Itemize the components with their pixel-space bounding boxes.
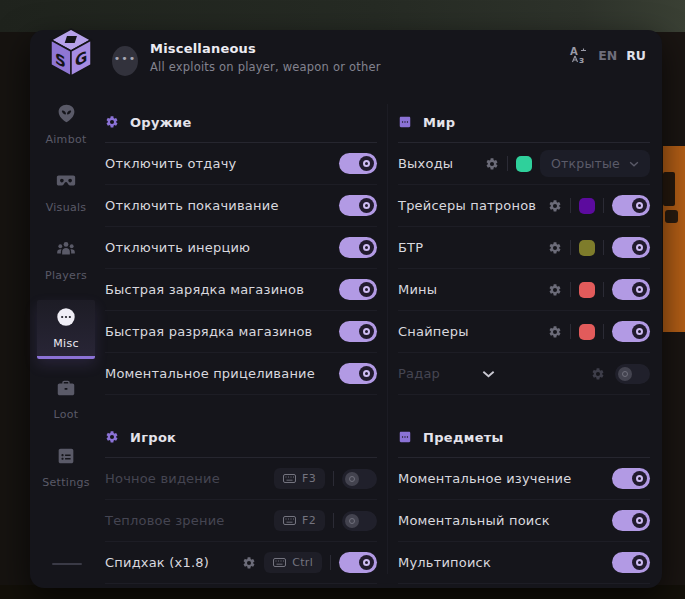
row-label: Спидхак (x1.8): [105, 555, 242, 570]
toggle-knob: [345, 472, 359, 486]
section-title: Мир: [423, 115, 455, 130]
briefcase-icon: [55, 377, 77, 402]
toggle-knob: [618, 367, 632, 381]
row-label: Мультипоиск: [398, 555, 612, 570]
row-instant-research: Моментальное изучение: [398, 458, 650, 500]
toggle-off[interactable]: [615, 364, 650, 384]
hotkey-badge[interactable]: Ctrl: [264, 552, 322, 573]
row-label: Отключить отдачу: [105, 156, 339, 171]
mini-divider: [333, 471, 334, 486]
gear-icon[interactable]: [548, 325, 562, 339]
gear-icon[interactable]: [548, 283, 562, 297]
toggle-knob: [359, 156, 374, 171]
row-label: Радар: [398, 366, 440, 381]
sidebar-item-aimbot[interactable]: Aimbot: [37, 96, 95, 152]
row-label: Тепловое зрение: [105, 513, 274, 528]
color-swatch[interactable]: [579, 282, 595, 298]
ellipsis-square-icon: [398, 115, 412, 129]
row-fast-unload: Быстрая разрядка магазинов: [105, 311, 377, 353]
section-items-header: Предметы: [398, 423, 650, 451]
row-btr: БТР: [398, 227, 650, 269]
mini-divider: [330, 555, 331, 570]
toggle-knob: [632, 513, 647, 528]
toggle-on[interactable]: [339, 237, 377, 258]
row-label: Ночное видение: [105, 471, 274, 486]
page-title: Miscellaneous: [150, 41, 256, 56]
color-swatch[interactable]: [516, 156, 532, 172]
toggle-knob: [632, 282, 647, 297]
row-label: Снайперы: [398, 324, 548, 339]
toggle-on[interactable]: [339, 279, 377, 300]
chevron-down-icon[interactable]: [482, 370, 495, 378]
mini-divider: [333, 513, 334, 528]
toggle-on[interactable]: [612, 279, 650, 300]
mini-divider: [570, 198, 571, 213]
settings-list-icon: [55, 445, 77, 470]
toggle-on[interactable]: [612, 552, 650, 573]
section-title: Предметы: [423, 430, 504, 445]
toggle-knob: [632, 240, 647, 255]
section-title: Оружие: [130, 115, 192, 130]
left-column: Оружие Отключить отдачу Отключить покачи…: [105, 108, 377, 584]
row-label: Моментальный поиск: [398, 513, 612, 528]
sidebar-item-label: Loot: [54, 408, 79, 421]
keyboard-icon: [283, 474, 296, 483]
column-divider: [387, 104, 388, 574]
row-multiloot: Мультипоиск: [398, 542, 650, 584]
game-background-top: [0, 0, 685, 32]
sidebar-item-visuals[interactable]: Visuals: [37, 164, 95, 220]
row-fast-reload: Быстрая зарядка магазинов: [105, 269, 377, 311]
toggle-on[interactable]: [612, 321, 650, 342]
page-icon-ellipsis: •••: [112, 46, 138, 76]
row-label: Быстрая разрядка магазинов: [105, 324, 339, 339]
gear-icon[interactable]: [548, 241, 562, 255]
toggle-knob: [359, 240, 374, 255]
lang-en-button[interactable]: EN: [598, 48, 617, 63]
row-mines: Мины: [398, 269, 650, 311]
section-player-header: Игрок: [105, 423, 377, 451]
mini-divider: [507, 156, 508, 171]
toggle-on[interactable]: [612, 468, 650, 489]
toggle-knob: [632, 324, 647, 339]
ellipsis-square-icon: [398, 430, 412, 444]
gear-icon[interactable]: [591, 367, 605, 381]
color-swatch[interactable]: [579, 198, 595, 214]
row-speedhack: Спидхак (x1.8) Ctrl: [105, 542, 377, 584]
row-bullet-tracers: Трейсеры патронов: [398, 185, 650, 227]
toggle-on[interactable]: [612, 510, 650, 531]
color-swatch[interactable]: [579, 240, 595, 256]
toggle-on[interactable]: [339, 552, 377, 573]
color-swatch[interactable]: [579, 324, 595, 340]
gear-icon[interactable]: [548, 199, 562, 213]
sidebar-nav: Aimbot Visuals Players Misc: [30, 96, 102, 495]
sidebar-item-loot[interactable]: Loot: [37, 371, 95, 427]
toggle-on[interactable]: [612, 195, 650, 216]
toggle-on[interactable]: [339, 195, 377, 216]
toggle-on[interactable]: [612, 237, 650, 258]
row-instant-loot: Моментальный поиск: [398, 500, 650, 542]
lang-ru-button[interactable]: RU: [626, 48, 646, 63]
hotkey-badge[interactable]: F2: [274, 510, 325, 531]
toggle-on[interactable]: [339, 153, 377, 174]
gear-icon[interactable]: [485, 157, 499, 171]
ellipsis-circle-icon: [55, 306, 77, 331]
row-no-sway: Отключить покачивание: [105, 185, 377, 227]
sidebar-item-label: Settings: [42, 476, 90, 489]
mini-divider: [603, 324, 604, 339]
sidebar-item-misc[interactable]: Misc: [37, 300, 95, 359]
toggle-off[interactable]: [342, 511, 377, 531]
section-world-header: Мир: [398, 108, 650, 136]
row-no-inertia: Отключить инерцию: [105, 227, 377, 269]
hotkey-label: F3: [302, 472, 316, 485]
toggle-on[interactable]: [339, 363, 377, 384]
alien-icon: [56, 103, 77, 127]
gear-icon[interactable]: [242, 556, 256, 570]
sidebar-item-players[interactable]: Players: [37, 232, 95, 288]
row-no-recoil: Отключить отдачу: [105, 143, 377, 185]
sidebar-item-settings[interactable]: Settings: [37, 439, 95, 495]
exits-dropdown[interactable]: Открытые: [540, 150, 650, 177]
hotkey-badge[interactable]: F3: [274, 468, 325, 489]
toggle-on[interactable]: [339, 321, 377, 342]
toggle-knob: [359, 555, 374, 570]
toggle-off[interactable]: [342, 469, 377, 489]
